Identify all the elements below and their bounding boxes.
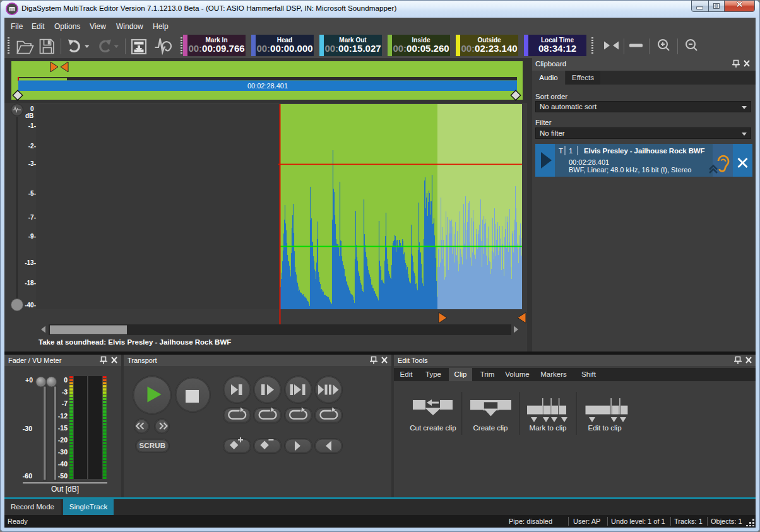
svg-text:00:02:28.401: 00:02:28.401: [247, 82, 288, 90]
